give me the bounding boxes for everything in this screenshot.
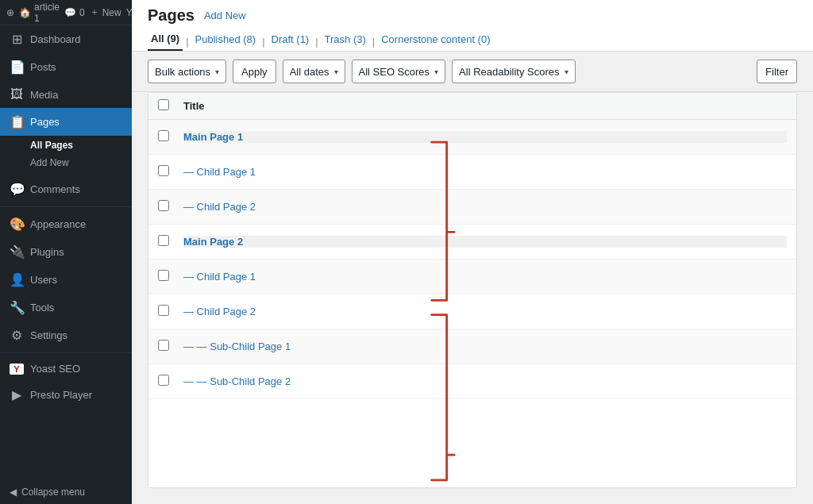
seo-chevron: ▾ — [434, 67, 438, 76]
tab-sep-1: | — [183, 36, 191, 48]
collapse-icon: ◀ — [10, 487, 17, 498]
pages-icon: 📋 — [10, 114, 24, 129]
select-all-checkbox[interactable] — [158, 99, 177, 113]
filter-tab-cornerstone[interactable]: Cornerstone content (0) — [378, 33, 493, 50]
row-select-input[interactable] — [158, 130, 169, 141]
table-row: Main Page 2 — [148, 225, 796, 260]
row-checkbox[interactable] — [158, 200, 177, 214]
row-title-child-page-2b[interactable]: — Child Page 2 — [183, 306, 256, 317]
row-title-main-page-2[interactable]: Main Page 2 — [183, 236, 787, 248]
plugins-icon: 🔌 — [10, 244, 24, 260]
sidebar-item-tools[interactable]: 🔧 Tools — [0, 294, 132, 321]
table-row: — Child Page 2 — [148, 190, 796, 225]
row-select-input[interactable] — [158, 305, 169, 316]
yoast-seo-icon: Y — [10, 364, 24, 375]
row-select-input[interactable] — [158, 235, 169, 246]
sidebar-item-users[interactable]: 👤 Users — [0, 266, 132, 294]
add-new-button[interactable]: Add New — [204, 10, 246, 21]
table-row: — — Sub-Child Page 1 — [148, 329, 796, 364]
sidebar-item-pages[interactable]: 📋 Pages — [0, 108, 132, 136]
table-row: — Child Page 1 — [148, 260, 796, 294]
row-checkbox[interactable] — [158, 235, 177, 248]
filter-tab-draft[interactable]: Draft (1) — [268, 33, 313, 50]
readability-dropdown[interactable]: All Readability Scores ▾ — [452, 60, 575, 83]
row-checkbox[interactable] — [158, 130, 177, 144]
seo-scores-dropdown[interactable]: All SEO Scores ▾ — [352, 60, 446, 83]
page-title-bar: Pages Add New — [148, 0, 797, 28]
action-bar: Bulk actions ▾ Apply All dates ▾ All SEO… — [132, 52, 813, 92]
pages-subnav: All Pages Add New — [0, 136, 132, 175]
new-link[interactable]: ＋ New — [90, 6, 121, 19]
comments-icon: 💬 — [10, 182, 24, 197]
main-content: Pages Add New All (9) | Published (8) | … — [132, 0, 813, 504]
sidebar-item-dashboard[interactable]: ⊞ Dashboard — [0, 25, 132, 53]
all-pages-link[interactable]: All Pages — [30, 137, 122, 153]
sidebar-divider — [0, 206, 132, 207]
row-title-child-page-1a[interactable]: — Child Page 1 — [183, 166, 256, 178]
bulk-actions-dropdown[interactable]: Bulk actions ▾ — [148, 60, 226, 83]
row-select-input[interactable] — [158, 375, 169, 386]
filter-button[interactable]: Filter — [757, 60, 797, 83]
sidebar-divider-2 — [0, 352, 132, 353]
filter-tab-published[interactable]: Published (8) — [192, 33, 260, 50]
sidebar-item-comments[interactable]: 💬 Comments — [0, 175, 132, 203]
dashboard-icon: ⊞ — [10, 32, 24, 47]
title-column-header: Title — [183, 100, 205, 112]
row-title-sub-child-page-2[interactable]: — — Sub-Child Page 2 — [183, 375, 291, 387]
select-all-input[interactable] — [158, 99, 169, 110]
row-title-sub-child-page-1[interactable]: — — Sub-Child Page 1 — [183, 340, 291, 352]
row-checkbox[interactable] — [158, 305, 177, 318]
row-checkbox[interactable] — [158, 375, 177, 388]
tools-icon: 🔧 — [10, 300, 24, 315]
media-icon: 🖼 — [10, 87, 24, 102]
sidebar-item-yoast[interactable]: Y Yoast SEO — [0, 356, 132, 381]
tab-sep-4: | — [369, 36, 378, 48]
dates-chevron: ▾ — [334, 67, 338, 76]
table-row: — Child Page 1 — [148, 155, 796, 190]
sidebar-nav: ⊞ Dashboard 📄 Posts 🖼 Media 📋 Pages All … — [0, 25, 132, 480]
wp-logo[interactable]: ⊕ — [6, 7, 14, 18]
add-new-link[interactable]: Add New — [30, 155, 122, 171]
site-link[interactable]: 🏠 article 1 — [19, 2, 60, 24]
sidebar: ⊕ 🏠 article 1 💬 0 ＋ New Y ⊞ Dashboard 📄 … — [0, 0, 132, 504]
collapse-menu-button[interactable]: ◀ Collapse menu — [0, 480, 132, 504]
table-row: — Child Page 2 — [148, 294, 796, 329]
row-title-child-page-2a[interactable]: — Child Page 2 — [183, 201, 256, 213]
admin-top-bar: ⊕ 🏠 article 1 💬 0 ＋ New Y — [0, 0, 132, 25]
tab-sep-2: | — [259, 36, 268, 48]
table-row: Main Page 1 — [148, 120, 796, 155]
row-select-input[interactable] — [158, 340, 169, 351]
filter-tab-all[interactable]: All (9) — [148, 33, 183, 51]
bulk-actions-chevron: ▾ — [215, 67, 219, 76]
sidebar-item-settings[interactable]: ⚙ Settings — [0, 321, 132, 349]
row-title-main-page-1[interactable]: Main Page 1 — [183, 131, 787, 143]
apply-button[interactable]: Apply — [233, 60, 276, 83]
yoast-icon[interactable]: Y — [126, 7, 132, 18]
main-header: Pages Add New All (9) | Published (8) | … — [132, 0, 813, 52]
row-checkbox[interactable] — [158, 165, 177, 179]
row-select-input[interactable] — [158, 270, 169, 281]
readability-chevron: ▾ — [564, 67, 568, 76]
row-checkbox[interactable] — [158, 270, 177, 283]
sidebar-item-plugins[interactable]: 🔌 Plugins — [0, 238, 132, 266]
row-select-input[interactable] — [158, 200, 169, 211]
table-body: Main Page 1— Child Page 1— Child Page 2M… — [148, 120, 796, 399]
posts-icon: 📄 — [10, 60, 24, 75]
all-dates-dropdown[interactable]: All dates ▾ — [283, 60, 345, 83]
filter-tab-trash[interactable]: Trash (3) — [322, 33, 369, 50]
sidebar-item-media[interactable]: 🖼 Media — [0, 81, 132, 108]
table-row: — — Sub-Child Page 2 — [148, 364, 796, 399]
row-select-input[interactable] — [158, 165, 169, 176]
page-title: Pages — [148, 6, 195, 25]
sidebar-item-appearance[interactable]: 🎨 Appearance — [0, 210, 132, 238]
sidebar-item-posts[interactable]: 📄 Posts — [0, 53, 132, 81]
settings-icon: ⚙ — [10, 328, 24, 343]
filter-tabs: All (9) | Published (8) | Draft (1) | Tr… — [148, 28, 797, 51]
comments-link[interactable]: 💬 0 — [64, 7, 85, 18]
appearance-icon: 🎨 — [10, 217, 24, 232]
row-checkbox[interactable] — [158, 340, 177, 353]
row-title-child-page-1b[interactable]: — Child Page 1 — [183, 271, 256, 283]
sidebar-item-presto[interactable]: ▶ Presto Player — [0, 381, 132, 409]
presto-icon: ▶ — [10, 387, 24, 402]
tab-sep-3: | — [312, 36, 321, 48]
